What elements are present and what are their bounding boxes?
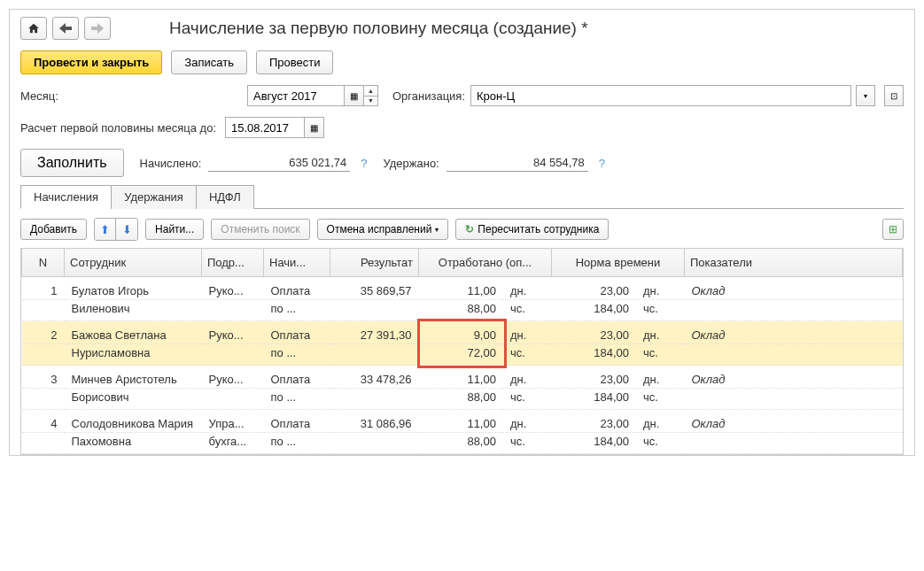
month-down-button[interactable]: ▼ [364, 96, 377, 106]
home-button[interactable] [20, 17, 47, 40]
cancel-corrections-button[interactable]: Отмена исправлений ▾ [317, 219, 449, 240]
cell-hours-unit: чс. [636, 433, 685, 454]
table-row[interactable]: 1 Булатов Игорь Руко... Оплата 35 869,57… [22, 277, 903, 300]
cell-dept: Руко... [202, 366, 264, 389]
recalc-button[interactable]: ↻ Пересчитать сотрудника [455, 219, 609, 240]
table-row[interactable]: Борисович по ... 88,00 чс. 184,00 чс. [22, 389, 903, 410]
cell-hours-unit: чс. [503, 389, 552, 410]
save-button[interactable]: Записать [171, 50, 247, 74]
month-up-button[interactable]: ▲ [364, 86, 377, 96]
withheld-value: 84 554,78 [446, 154, 588, 172]
cell-dept: Руко... [202, 321, 264, 344]
post-and-close-button[interactable]: Провести и закрыть [20, 50, 162, 74]
month-calendar-button[interactable]: ▦ [345, 85, 364, 106]
cell-employee: Борисович [65, 389, 202, 410]
cell-employee: Бажова Светлана [65, 321, 202, 344]
home-icon [27, 22, 40, 35]
cell-dept [202, 300, 264, 321]
cell-days-unit: дн. [636, 277, 685, 300]
cell-employee: Виленович [65, 300, 202, 321]
cell-worked-days: 11,00 [419, 366, 503, 389]
cell-days-unit: дн. [503, 321, 552, 344]
table-row[interactable]: Виленович по ... 88,00 чс. 184,00 чс. [22, 300, 903, 321]
cell-n: 1 [22, 277, 65, 300]
cell-days-unit: дн. [636, 366, 685, 389]
col-worked[interactable]: Отработано (оп... [419, 249, 552, 277]
calc-date-calendar-button[interactable]: ▦ [305, 117, 324, 138]
cell-n: 2 [22, 321, 65, 344]
table-row[interactable]: 4 Солодовникова Мария Упра... Оплата 31 … [22, 410, 903, 433]
col-accrual[interactable]: Начи... [264, 249, 330, 277]
cell-indicator: Оклад [685, 277, 903, 300]
cell-accrual: Оплата [264, 366, 330, 389]
cell-accrual: по ... [264, 344, 330, 366]
cell-indicator: Оклад [685, 410, 903, 433]
cell-days-unit: дн. [636, 321, 685, 344]
cell-hours-unit: чс. [636, 300, 685, 321]
arrow-left-icon [59, 23, 72, 34]
accrued-value: 635 021,74 [208, 154, 350, 172]
cell-accrual: по ... [264, 300, 330, 321]
table-row[interactable]: Нурисламовна по ... 72,00 чс. 184,00 чс. [22, 344, 903, 366]
cell-dept: Руко... [202, 277, 264, 300]
cell-employee: Солодовникова Мария [65, 410, 202, 433]
org-input[interactable] [470, 85, 851, 106]
org-open-button[interactable]: ⊡ [884, 85, 904, 106]
help-icon[interactable]: ? [599, 157, 605, 170]
cell-result: 33 478,26 [330, 366, 419, 389]
help-icon[interactable]: ? [361, 157, 367, 170]
cell-norm-days: 23,00 [552, 277, 636, 300]
col-result[interactable]: Результат [330, 249, 419, 277]
tab-accruals[interactable]: Начисления [20, 185, 112, 209]
cell-worked-hours: 72,00 [419, 344, 503, 366]
table-row[interactable]: Пахомовна бухга... по ... 88,00 чс. 184,… [22, 433, 903, 454]
cell-hours-unit: чс. [503, 300, 552, 321]
cell-accrual: Оплата [264, 277, 330, 300]
col-n[interactable]: N [22, 249, 65, 277]
find-button[interactable]: Найти... [145, 219, 204, 240]
settings-button[interactable]: ⊞ [882, 219, 904, 240]
col-dept[interactable]: Подр... [202, 249, 264, 277]
cell-worked-hours: 88,00 [419, 300, 503, 321]
org-dropdown-button[interactable]: ▾ [856, 85, 875, 106]
tabs: Начисления Удержания НДФЛ [20, 184, 904, 209]
page-title: Начисление за первую половину месяца (со… [169, 19, 588, 38]
cell-norm-hours: 184,00 [552, 300, 636, 321]
arrow-down-icon: ⬇ [122, 223, 132, 236]
cell-result: 31 086,96 [330, 410, 419, 433]
cell-dept [202, 344, 264, 366]
arrow-right-icon [91, 23, 104, 34]
table-row[interactable]: 3 Минчев Аристотель Руко... Оплата 33 47… [22, 366, 903, 389]
move-down-button[interactable]: ⬇ [116, 219, 137, 240]
cell-dept: Упра... [202, 410, 264, 433]
table-settings-icon: ⊞ [889, 223, 897, 235]
move-up-button[interactable]: ⬆ [95, 219, 116, 240]
open-icon: ⊡ [890, 91, 897, 101]
col-indicators[interactable]: Показатели [685, 249, 903, 277]
back-button[interactable] [52, 17, 79, 40]
forward-button[interactable] [84, 17, 111, 40]
fill-button[interactable]: Заполнить [20, 149, 124, 177]
cell-worked-days: 11,00 [419, 410, 503, 433]
calc-date-input[interactable] [225, 117, 305, 138]
tab-withholdings[interactable]: Удержания [111, 185, 197, 209]
chevron-down-icon: ▾ [864, 92, 867, 100]
col-employee[interactable]: Сотрудник [65, 249, 202, 277]
arrow-up-icon: ⬆ [100, 223, 110, 236]
add-button[interactable]: Добавить [20, 219, 87, 240]
table-row[interactable]: 2 Бажова Светлана Руко... Оплата 27 391,… [22, 321, 903, 344]
cell-worked-days: 11,00 [419, 277, 503, 300]
col-norm[interactable]: Норма времени [552, 249, 685, 277]
calendar-icon: ▦ [350, 91, 358, 101]
cell-norm-days: 23,00 [552, 321, 636, 344]
tab-ndfl[interactable]: НДФЛ [196, 185, 254, 209]
cell-n: 3 [22, 366, 65, 389]
accrued-label: Начислено: [140, 157, 202, 170]
accruals-table: N Сотрудник Подр... Начи... Результат От… [21, 248, 903, 454]
cell-employee: Нурисламовна [65, 344, 202, 366]
month-input[interactable] [247, 85, 345, 106]
cancel-search-button[interactable]: Отменить поиск [211, 219, 309, 240]
post-button[interactable]: Провести [256, 50, 334, 74]
cell-worked-hours: 88,00 [419, 389, 503, 410]
cell-worked-hours: 88,00 [419, 433, 503, 454]
